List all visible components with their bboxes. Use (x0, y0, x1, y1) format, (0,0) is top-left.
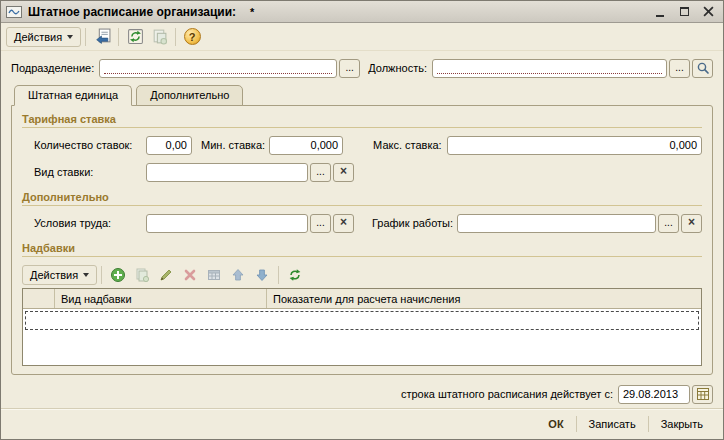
minimize-icon (656, 15, 664, 17)
maximize-icon (680, 7, 689, 16)
ellipsis-icon: ... (346, 63, 354, 73)
ok-button[interactable]: ОК (536, 414, 575, 434)
help-glyph: ? (189, 31, 196, 43)
toolbar-separator (85, 28, 86, 46)
rate-kind-select-button[interactable]: ... (310, 163, 331, 182)
tariff-rates-row: Количество ставок: 0,00 Мин. ставка: 0,0… (22, 135, 702, 155)
department-select-button[interactable]: ... (339, 59, 360, 78)
arrow-down-icon (254, 267, 270, 283)
rate-kind-input[interactable] (146, 163, 308, 182)
refresh-button[interactable] (283, 264, 307, 286)
copy-document-button-disabled (147, 26, 171, 48)
ellipsis-icon: ... (316, 218, 324, 228)
position-label: Должность: (368, 62, 427, 74)
tab-staff-unit[interactable]: Штатная единица (14, 85, 132, 106)
conditions-row: Условия труда: ... × График работы: ... … (22, 213, 702, 233)
ellipsis-icon: ... (316, 167, 324, 177)
titlebar: Штатное расписание организации: * (1, 1, 723, 23)
table-empty-selection-row[interactable] (25, 311, 699, 330)
form-icon (6, 5, 23, 19)
valid-from-value: 29.08.2013 (623, 388, 685, 400)
min-rate-input[interactable]: 0,000 (269, 136, 343, 155)
work-conditions-input[interactable] (146, 214, 308, 233)
actions-menu-button[interactable]: Действия (6, 27, 81, 47)
tab-additional[interactable]: Дополнительно (136, 85, 243, 106)
move-up-button-disabled (226, 264, 250, 286)
toolbar-separator (118, 28, 119, 46)
minimize-button[interactable] (652, 5, 668, 19)
valid-from-input[interactable]: 29.08.2013 (618, 385, 690, 404)
rate-kind-row: Вид ставки: ... × (22, 162, 702, 182)
toolbar-separator (278, 266, 279, 284)
rate-count-value: 0,00 (151, 139, 187, 151)
pencil-icon (158, 267, 174, 283)
chevron-down-icon (67, 35, 73, 39)
min-rate-label: Мин. ставка: (201, 139, 265, 151)
clear-icon: × (688, 216, 695, 228)
window-title: Штатное расписание организации: (28, 5, 236, 19)
allowances-table-body[interactable] (23, 309, 701, 365)
close-form-button[interactable]: Закрыть (649, 414, 715, 434)
valid-from-row: строка штатного расписания действует с: … (1, 380, 723, 408)
position-search-button[interactable] (692, 59, 713, 78)
work-conditions-select-button[interactable]: ... (310, 214, 331, 233)
toolbar-separator (175, 28, 176, 46)
close-button[interactable] (700, 5, 716, 19)
rate-count-input[interactable]: 0,00 (146, 136, 192, 155)
close-icon (703, 6, 714, 17)
edit-row-button[interactable] (154, 264, 178, 286)
tariff-section-title: Тарифная ставка (22, 113, 702, 128)
calendar-button[interactable] (692, 385, 713, 404)
arrow-up-icon (230, 267, 246, 283)
actions-menu-label: Действия (14, 31, 62, 43)
tab-strip: Штатная единица Дополнительно (11, 85, 713, 106)
work-schedule-clear-button[interactable]: × (681, 214, 702, 233)
delete-row-button-disabled (178, 264, 202, 286)
tab-page-staff-unit: Тарифная ставка Количество ставок: 0,00 … (11, 105, 713, 375)
table-actions-label: Действия (30, 269, 78, 281)
position-select-button[interactable]: ... (669, 59, 690, 78)
department-input[interactable] (99, 59, 337, 78)
form-body: Подразделение: ... Должность: ... Штатна… (1, 51, 723, 380)
end-edit-button-disabled (202, 264, 226, 286)
allowance-type-column-header[interactable]: Вид надбавки (55, 289, 267, 308)
write-button[interactable]: Записать (577, 414, 648, 434)
window-controls (652, 5, 718, 19)
work-conditions-label: Условия труда: (34, 217, 146, 229)
allowances-toolbar: Действия (22, 262, 702, 287)
maximize-button[interactable] (676, 5, 692, 19)
reread-button[interactable] (123, 26, 147, 48)
allowances-section-title: Надбавки (22, 242, 702, 257)
copy-document-icon (151, 28, 168, 45)
max-rate-input[interactable]: 0,000 (447, 136, 702, 155)
max-rate-label: Макс. ставка: (373, 139, 442, 151)
calendar-icon (696, 387, 710, 401)
ellipsis-icon: ... (675, 63, 683, 73)
valid-from-label: строка штатного расписания действует с: (401, 388, 613, 400)
work-schedule-select-button[interactable]: ... (658, 214, 679, 233)
work-conditions-clear-button[interactable]: × (333, 214, 354, 233)
position-input[interactable] (432, 59, 667, 78)
tab-label: Дополнительно (150, 89, 229, 101)
add-row-button[interactable] (106, 264, 130, 286)
staffing-schedule-window: Штатное расписание организации: * Действ… (0, 0, 724, 440)
min-rate-value: 0,000 (274, 139, 338, 151)
indicators-column-header[interactable]: Показатели для расчета начисления (267, 289, 701, 308)
modified-marker: * (250, 6, 254, 18)
rate-count-label: Количество ставок: (34, 139, 146, 151)
marker-column-header (23, 289, 55, 308)
bottom-button-bar: ОК Записать Закрыть (1, 408, 723, 439)
reread-icon (127, 28, 144, 45)
work-schedule-input[interactable] (457, 214, 656, 233)
goto-list-button[interactable] (90, 26, 114, 48)
rate-kind-clear-button[interactable]: × (333, 163, 354, 182)
table-actions-menu-button[interactable]: Действия (22, 265, 97, 285)
add-icon (110, 267, 126, 283)
copy-row-icon (134, 267, 150, 283)
max-rate-value: 0,000 (452, 139, 697, 151)
help-button[interactable]: ? (180, 26, 204, 48)
department-label: Подразделение: (11, 62, 94, 74)
main-toolbar: Действия (1, 23, 723, 51)
clear-icon: × (340, 165, 347, 177)
help-icon: ? (184, 28, 201, 45)
